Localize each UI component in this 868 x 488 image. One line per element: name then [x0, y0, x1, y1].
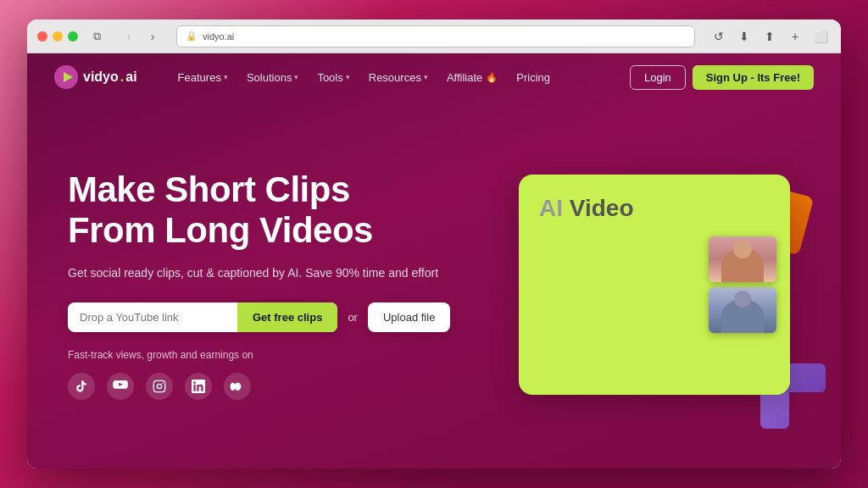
video-text: Video [563, 195, 634, 221]
reload-button[interactable]: ↺ [709, 26, 729, 47]
chevron-down-icon: ▾ [294, 73, 298, 81]
address-bar[interactable]: 🔒 vidyo.ai [176, 25, 695, 47]
url-text: vidyo.ai [203, 31, 234, 42]
or-divider: or [348, 311, 358, 324]
nav-affiliate[interactable]: Affiliate🔥 [440, 66, 504, 89]
ai-video-card: AI Video [519, 175, 790, 395]
ai-video-title: AI Video [539, 195, 634, 222]
tab-switcher-icon[interactable]: ⧉ [85, 27, 108, 46]
logo[interactable]: vidyo.ai [54, 65, 137, 89]
browser-actions: ↺ ⬇ ⬆ + ⬜ [709, 26, 831, 47]
login-button[interactable]: Login [630, 65, 686, 90]
meta-icon[interactable] [224, 373, 251, 400]
hero-right: AI Video [509, 175, 800, 395]
nav-resources[interactable]: Resources ▾ [362, 66, 435, 89]
nav-features[interactable]: Features ▾ [171, 66, 235, 89]
instagram-icon[interactable] [146, 373, 173, 400]
chevron-down-icon: ▾ [224, 73, 228, 81]
forward-button[interactable]: › [142, 26, 163, 47]
video-thumbnails [709, 236, 776, 333]
svg-rect-2 [153, 381, 164, 392]
close-button[interactable] [37, 31, 47, 42]
nav-pricing[interactable]: Pricing [509, 66, 557, 89]
tiktok-icon[interactable] [68, 373, 95, 400]
youtube-icon[interactable] [107, 373, 134, 400]
youtube-input[interactable] [68, 302, 237, 332]
hero-cta: Get free clips or Upload file [68, 302, 475, 332]
chevron-down-icon: ▾ [346, 73, 350, 81]
signup-button[interactable]: Sign Up - Its Free! [693, 65, 814, 90]
traffic-lights [37, 31, 78, 42]
fast-track-text: Fast-track views, growth and earnings on [68, 349, 475, 361]
maximize-button[interactable] [68, 31, 78, 42]
browser-titlebar: ⧉ ‹ › 🔒 vidyo.ai ↺ ⬇ ⬆ + ⬜ [27, 19, 841, 53]
minimize-button[interactable] [53, 31, 63, 42]
video-thumb-2 [709, 287, 776, 333]
back-button[interactable]: ‹ [119, 26, 139, 47]
linkedin-icon[interactable] [185, 373, 212, 400]
share-button[interactable]: ⬆ [760, 26, 780, 47]
get-clips-button[interactable]: Get free clips [237, 302, 337, 332]
upload-button[interactable]: Upload file [368, 302, 450, 332]
nav-actions: Login Sign Up - Its Free! [630, 65, 814, 90]
chevron-down-icon: ▾ [424, 73, 428, 81]
nav-buttons: ‹ › [119, 26, 163, 47]
affiliate-badge: 🔥 [486, 72, 498, 83]
nav-links: Features ▾ Solutions ▾ Tools ▾ Resources… [171, 66, 630, 89]
social-icons [68, 373, 475, 400]
logo-icon [54, 65, 78, 89]
browser-window: ⧉ ‹ › 🔒 vidyo.ai ↺ ⬇ ⬆ + ⬜ vi [27, 19, 841, 469]
download-button[interactable]: ⬇ [734, 26, 754, 47]
nav-tools[interactable]: Tools ▾ [310, 66, 356, 89]
svg-point-4 [162, 383, 163, 384]
extensions-button[interactable]: ⬜ [810, 26, 831, 47]
navbar: vidyo.ai Features ▾ Solutions ▾ Tools ▾ … [27, 53, 841, 101]
add-tab-button[interactable]: + [785, 26, 805, 47]
logo-text: vidyo.ai [83, 69, 137, 85]
nav-solutions[interactable]: Solutions ▾ [240, 66, 305, 89]
hero-subtitle: Get social ready clips, cut & captioned … [68, 264, 475, 282]
youtube-input-wrapper: Get free clips [68, 302, 337, 332]
page-content: vidyo.ai Features ▾ Solutions ▾ Tools ▾ … [27, 53, 841, 469]
video-thumb-1 [709, 236, 776, 282]
hero-title: Make Short Clips From Long Videos [68, 169, 475, 252]
svg-point-3 [157, 385, 161, 389]
ai-text: AI [539, 195, 563, 221]
hero-section: Make Short Clips From Long Videos Get so… [27, 101, 841, 469]
lock-icon: 🔒 [186, 30, 198, 42]
hero-left: Make Short Clips From Long Videos Get so… [68, 169, 475, 401]
